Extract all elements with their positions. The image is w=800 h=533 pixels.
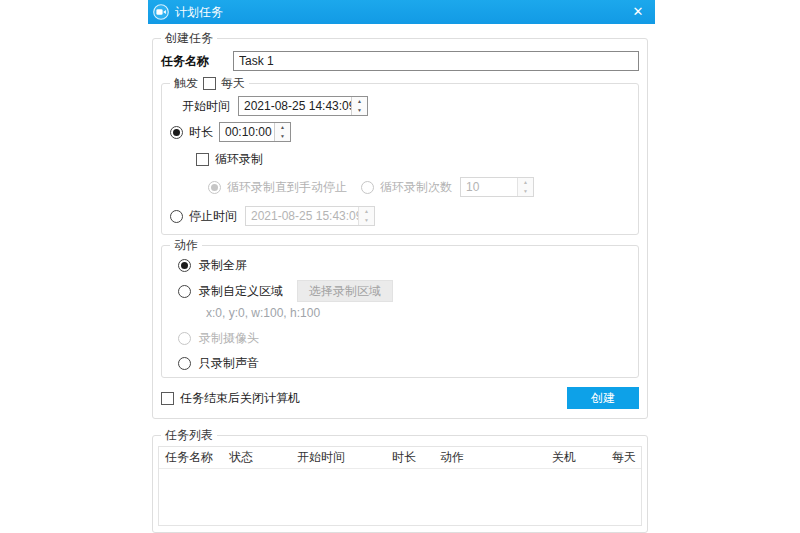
region-coordinates: x:0, y:0, w:100, h:100	[206, 306, 320, 320]
duration-spinner: ▲ ▼	[274, 123, 290, 141]
record-fullscreen-radio[interactable]	[178, 259, 191, 272]
column-header-start-time: 开始时间	[291, 449, 386, 466]
dialog-window: 计划任务 ✕ 创建任务 任务名称 触发 每天 开始时间	[148, 0, 655, 533]
spinner-up-icon[interactable]: ▲	[275, 123, 290, 132]
page-background: { "window": { "title": "计划任务" }, "icons"…	[0, 0, 800, 533]
task-name-input[interactable]	[233, 51, 639, 71]
create-button[interactable]: 创建	[567, 387, 639, 409]
spinner-up-icon: ▲	[518, 178, 533, 187]
loop-count-label: 循环录制次数	[380, 179, 452, 196]
select-region-button: 选择录制区域	[297, 280, 393, 302]
shutdown-after-checkbox[interactable]	[161, 392, 174, 405]
column-header-duration: 时长	[386, 449, 434, 466]
loop-until-manual-label: 循环录制直到手动停止	[227, 179, 347, 196]
stop-time-radio[interactable]	[170, 210, 183, 223]
shutdown-after-label: 任务结束后关闭计算机	[180, 390, 300, 407]
loop-count-radio	[361, 181, 374, 194]
record-audio-only-label: 只录制声音	[199, 355, 259, 372]
stop-time-value: 2021-08-25 15:43:09	[246, 207, 358, 225]
window-title: 计划任务	[175, 4, 629, 21]
column-header-shutdown: 关机	[546, 449, 606, 466]
spinner-down-icon[interactable]: ▼	[275, 132, 290, 141]
loop-record-label: 循环录制	[215, 151, 263, 168]
spinner-up-icon[interactable]: ▲	[352, 97, 367, 106]
duration-label: 时长	[189, 124, 213, 141]
start-time-spinner: ▲ ▼	[351, 97, 367, 115]
start-time-value[interactable]: 2021-08-25 14:43:09	[239, 97, 351, 115]
start-time-label: 开始时间	[182, 98, 230, 115]
stop-time-label: 停止时间	[189, 208, 237, 225]
record-custom-region-label: 录制自定义区域	[199, 283, 283, 300]
create-task-group-label: 创建任务	[161, 31, 217, 45]
task-list-group-label: 任务列表	[161, 428, 217, 442]
action-group-label: 动作	[170, 238, 202, 252]
trigger-group-label: 触发	[174, 76, 198, 90]
task-list-body	[159, 469, 641, 525]
column-header-daily: 每天	[606, 449, 641, 466]
loop-record-checkbox[interactable]	[196, 153, 209, 166]
column-header-task-name: 任务名称	[159, 449, 223, 466]
spinner-down-icon[interactable]: ▼	[352, 106, 367, 115]
duration-radio[interactable]	[170, 126, 183, 139]
create-task-group: 创建任务 任务名称 触发 每天 开始时间 2021-08-25 14:43:09	[152, 38, 648, 419]
stop-time-spinbox: 2021-08-25 15:43:09 ▲ ▼	[245, 206, 375, 226]
task-list-header: 任务名称 状态 开始时间 时长 动作 关机 每天	[159, 447, 641, 469]
column-header-action: 动作	[434, 449, 546, 466]
action-group: 动作 录制全屏 录制自定义区域 选择录制区域 x:0, y:0, w:100, …	[161, 245, 639, 378]
start-time-spinbox[interactable]: 2021-08-25 14:43:09 ▲ ▼	[238, 96, 368, 116]
task-name-label: 任务名称	[161, 53, 233, 70]
task-list-group: 任务列表 任务名称 状态 开始时间 时长 动作 关机 每天	[152, 435, 648, 533]
record-audio-only-radio[interactable]	[178, 357, 191, 370]
title-bar: 计划任务 ✕	[148, 0, 655, 24]
spinner-down-icon: ▼	[518, 187, 533, 196]
record-camera-radio	[178, 332, 191, 345]
record-custom-region-radio[interactable]	[178, 285, 191, 298]
loop-count-spinner: ▲ ▼	[517, 178, 533, 196]
record-fullscreen-label: 录制全屏	[199, 257, 247, 274]
loop-count-spinbox: 10 ▲ ▼	[460, 177, 534, 197]
trigger-group: 触发 每天 开始时间 2021-08-25 14:43:09 ▲ ▼	[161, 83, 639, 235]
record-camera-label: 录制摄像头	[199, 330, 259, 347]
daily-checkbox[interactable]	[203, 77, 216, 90]
daily-label: 每天	[221, 76, 245, 90]
spinner-up-icon: ▲	[359, 207, 374, 216]
camera-app-icon	[153, 4, 169, 20]
task-list-table: 任务名称 状态 开始时间 时长 动作 关机 每天	[158, 446, 642, 526]
close-icon[interactable]: ✕	[629, 3, 647, 21]
loop-count-value: 10	[461, 178, 517, 196]
loop-until-manual-radio	[208, 181, 221, 194]
spinner-down-icon: ▼	[359, 216, 374, 225]
duration-spinbox[interactable]: 00:10:00 ▲ ▼	[219, 122, 291, 142]
duration-value[interactable]: 00:10:00	[220, 123, 274, 141]
stop-time-spinner: ▲ ▼	[358, 207, 374, 225]
column-header-status: 状态	[223, 449, 291, 466]
